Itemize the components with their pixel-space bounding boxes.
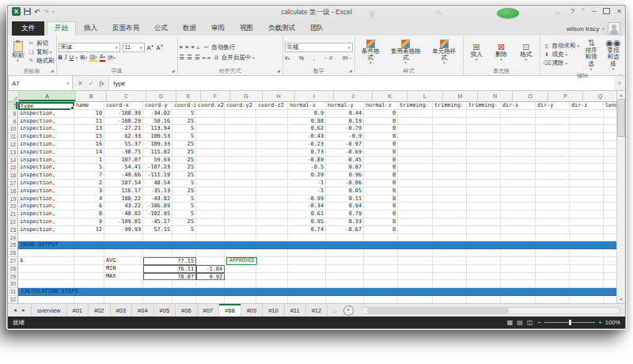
cell[interactable]: -45.27 (143, 218, 172, 226)
cell[interactable] (18, 273, 74, 281)
cell[interactable] (18, 265, 74, 273)
cell[interactable] (196, 218, 225, 226)
cell[interactable] (501, 125, 536, 133)
align-bottom-icon[interactable]: ≡ (191, 44, 194, 51)
cell[interactable] (433, 172, 467, 180)
cell[interactable] (604, 210, 617, 218)
cell[interactable]: inspection, (18, 157, 74, 165)
column-header-G[interactable]: G (230, 91, 263, 101)
cell[interactable] (536, 226, 570, 234)
cell[interactable]: 116.17 (104, 188, 143, 195)
cell[interactable] (570, 157, 604, 165)
cell[interactable]: -0.99 (288, 195, 326, 203)
cell[interactable] (196, 210, 225, 218)
cell[interactable] (467, 218, 501, 226)
sheet-tab-01[interactable]: #01 (67, 304, 89, 317)
cell[interactable]: -0.06 (326, 180, 364, 188)
cell[interactable]: 0.33 (326, 218, 364, 226)
paste-button[interactable]: 粘贴 ▾ (9, 37, 26, 67)
cell[interactable]: inspection, (18, 125, 74, 133)
cell[interactable] (74, 234, 104, 242)
section-banner[interactable]: HEAD OUTPUT (18, 241, 617, 249)
hscroll-thumb[interactable] (367, 308, 509, 313)
cell[interactable] (398, 172, 433, 180)
cell[interactable] (225, 188, 256, 195)
cell[interactable]: -108.39 (104, 110, 143, 118)
page-break-view-icon[interactable]: ◫ (527, 319, 533, 326)
cell[interactable] (433, 195, 467, 203)
cell[interactable]: trimming- (433, 102, 467, 110)
sheet-next-icon[interactable]: ► (21, 308, 26, 313)
cell[interactable] (501, 226, 536, 234)
cell[interactable] (570, 280, 604, 288)
cell[interactable] (501, 180, 536, 188)
cell[interactable] (536, 133, 570, 141)
cell[interactable] (467, 164, 501, 172)
cell[interactable]: 5 (172, 195, 196, 203)
row-header-24[interactable]: 24 (8, 234, 18, 242)
dialog-launcher-icon[interactable]: ◢ (172, 68, 175, 73)
cell[interactable] (467, 188, 501, 195)
cell[interactable] (467, 257, 501, 265)
cell[interactable] (467, 110, 501, 118)
cell[interactable]: MIN (104, 265, 143, 273)
cell[interactable] (398, 141, 433, 149)
column-header-K[interactable]: K (373, 91, 407, 101)
cell[interactable]: coord-z2 (256, 102, 288, 110)
cell[interactable] (256, 195, 288, 203)
cell[interactable]: $ (18, 257, 74, 265)
dialog-launcher-icon[interactable]: ◢ (277, 68, 280, 73)
ribbon-tab-公式[interactable]: 公式 (147, 22, 175, 36)
cell[interactable]: -1 (288, 188, 326, 195)
cell[interactable] (288, 273, 326, 281)
cell[interactable] (501, 210, 536, 218)
cut-button[interactable]: ✂剪切 (28, 40, 55, 47)
cell[interactable] (604, 180, 617, 188)
cell[interactable] (536, 234, 570, 242)
cell[interactable]: 0 (364, 141, 398, 149)
cell[interactable] (467, 172, 501, 180)
cell[interactable]: 10 (74, 110, 104, 118)
delete-cells-button[interactable]: ⊠ 删除▾ (493, 37, 510, 67)
cell[interactable] (196, 125, 225, 133)
cell[interactable] (536, 188, 570, 195)
cell[interactable]: 0.11 (326, 195, 364, 203)
cell[interactable] (398, 164, 433, 172)
cell[interactable]: 0 (364, 133, 398, 141)
cell[interactable] (288, 249, 326, 257)
cell[interactable] (196, 226, 225, 234)
cell[interactable] (225, 118, 256, 126)
cell[interactable]: AVG (104, 257, 143, 265)
minimize-icon[interactable]: ─ (592, 7, 597, 15)
cell[interactable] (74, 265, 104, 273)
font-color-button[interactable]: A▾ (100, 54, 106, 62)
cell[interactable]: -43.02 (143, 195, 172, 203)
ribbon-tab-开始[interactable]: 开始 (47, 21, 76, 36)
cell[interactable] (398, 188, 433, 195)
cell[interactable] (196, 164, 225, 172)
cell[interactable] (18, 280, 74, 288)
confirm-entry-icon[interactable]: ✓ (89, 80, 94, 87)
cell[interactable]: -0.23 (288, 141, 326, 149)
cell[interactable] (398, 180, 433, 188)
cell[interactable]: 0 (364, 164, 398, 172)
cell[interactable] (604, 110, 617, 118)
cell[interactable] (288, 280, 326, 288)
row-header-27[interactable]: 27 (8, 257, 18, 265)
cell[interactable] (398, 265, 433, 273)
cell[interactable]: normal-z (364, 102, 398, 110)
fill-button[interactable]: ⬇填充▾ (544, 51, 580, 59)
cell[interactable] (288, 257, 326, 265)
cell[interactable] (143, 296, 172, 303)
cell[interactable] (256, 273, 288, 281)
cell[interactable]: -0.69 (326, 149, 364, 157)
row-header-21[interactable]: 21 (8, 210, 18, 218)
cell[interactable] (433, 273, 467, 281)
cell[interactable] (570, 210, 604, 218)
cell[interactable] (104, 249, 143, 257)
cell[interactable]: 0 (364, 118, 398, 126)
cell[interactable] (501, 203, 536, 210)
cell[interactable] (467, 296, 501, 303)
cell[interactable]: -111.19 (143, 172, 172, 180)
cell[interactable]: 0 (364, 157, 398, 165)
